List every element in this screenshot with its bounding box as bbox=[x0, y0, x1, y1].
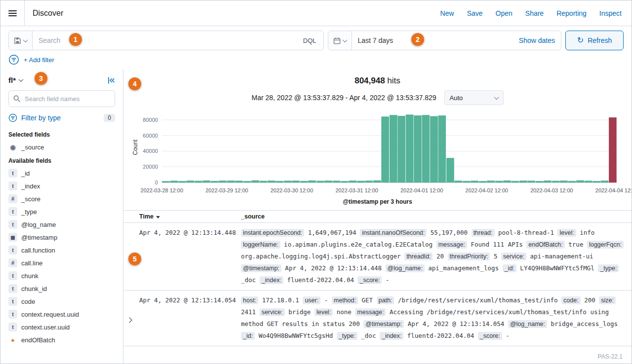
field-key: service: bbox=[260, 308, 285, 316]
histogram-bar[interactable] bbox=[446, 158, 454, 182]
histogram-bar[interactable] bbox=[504, 181, 511, 182]
histogram-bar[interactable] bbox=[438, 115, 446, 182]
field-call.line[interactable]: #call.line bbox=[8, 256, 115, 269]
filter-icon[interactable] bbox=[8, 54, 19, 65]
histogram-bar[interactable] bbox=[243, 181, 251, 182]
histogram-chart[interactable]: 020000400006000080000Count2022-03-28 12:… bbox=[131, 107, 624, 198]
histogram-bar[interactable] bbox=[252, 181, 259, 182]
string-field-type-icon: t bbox=[8, 169, 17, 178]
histogram-bar[interactable] bbox=[276, 181, 283, 182]
histogram-bar[interactable] bbox=[390, 115, 397, 182]
histogram-bar[interactable] bbox=[170, 181, 178, 182]
field-chunk_id[interactable]: tchunk_id bbox=[8, 282, 115, 295]
histogram-bar[interactable] bbox=[528, 181, 535, 182]
histogram-bar[interactable] bbox=[536, 181, 543, 182]
field-_type[interactable]: t_type bbox=[8, 205, 115, 218]
index-pattern-selector[interactable]: fl* bbox=[8, 76, 16, 84]
menu-button[interactable] bbox=[0, 0, 25, 26]
histogram-bar[interactable] bbox=[609, 117, 616, 182]
histogram-bar[interactable] bbox=[406, 115, 413, 182]
histogram-bar[interactable] bbox=[357, 181, 364, 182]
histogram-bar[interactable] bbox=[333, 181, 340, 182]
histogram-bar[interactable] bbox=[560, 181, 568, 182]
refresh-button[interactable]: ↻ Refresh bbox=[565, 31, 624, 50]
svg-text:20000: 20000 bbox=[143, 164, 158, 170]
field-context.request.uuid[interactable]: tcontext.request.uuid bbox=[8, 308, 115, 321]
doc-table-body: Apr 4, 2022 @ 12:13:14.448instant.epochS… bbox=[123, 223, 632, 346]
histogram-bar[interactable] bbox=[568, 181, 576, 182]
field-_source[interactable]: ◉_source bbox=[8, 141, 115, 153]
nav-new[interactable]: New bbox=[440, 9, 454, 17]
query-language-button[interactable]: DQL bbox=[296, 31, 323, 50]
histogram-bar[interactable] bbox=[195, 181, 202, 182]
histogram-bar[interactable] bbox=[211, 181, 218, 182]
saved-query-menu-button[interactable] bbox=[9, 31, 33, 50]
histogram-bar[interactable] bbox=[162, 182, 170, 182]
time-range-label[interactable]: Last 7 days bbox=[358, 36, 394, 44]
histogram-bar[interactable] bbox=[422, 115, 430, 182]
nav-share[interactable]: Share bbox=[525, 9, 544, 17]
number-field-type-icon: # bbox=[8, 258, 17, 267]
histogram-bar[interactable] bbox=[382, 117, 389, 182]
histogram-bar[interactable] bbox=[601, 181, 608, 182]
nav-inspect[interactable]: Inspect bbox=[599, 9, 622, 17]
field-call.function[interactable]: tcall.function bbox=[8, 244, 115, 256]
histogram-bar[interactable] bbox=[519, 181, 527, 182]
field-_score[interactable]: #_score bbox=[8, 192, 115, 205]
histogram-bar[interactable] bbox=[398, 116, 405, 182]
nav-open[interactable]: Open bbox=[496, 9, 513, 17]
filter-by-type-button[interactable]: Filter by type 0 bbox=[8, 112, 115, 127]
histogram-bar[interactable] bbox=[292, 181, 300, 182]
histogram-bar[interactable] bbox=[479, 181, 486, 182]
results-panel: 804,948 hits Mar 28, 2022 @ 13:53:37.829… bbox=[123, 69, 632, 364]
histogram-bar[interactable] bbox=[203, 181, 210, 182]
field-search-input[interactable] bbox=[8, 90, 115, 107]
histogram-bar[interactable] bbox=[227, 181, 235, 182]
time-column-header[interactable]: Time bbox=[139, 213, 238, 220]
histogram-bar[interactable] bbox=[179, 181, 186, 182]
histogram-bar[interactable] bbox=[349, 181, 356, 182]
histogram-bar[interactable] bbox=[544, 181, 552, 182]
histogram-bar[interactable] bbox=[219, 181, 227, 182]
histogram-bar[interactable] bbox=[365, 181, 373, 182]
nav-reporting[interactable]: Reporting bbox=[556, 9, 587, 17]
field-_index[interactable]: t_index bbox=[8, 180, 115, 192]
field-@log_name[interactable]: t@log_name bbox=[8, 218, 115, 231]
add-filter-link[interactable]: + Add filter bbox=[24, 56, 54, 64]
histogram-bar[interactable] bbox=[495, 181, 503, 182]
histogram-bar[interactable] bbox=[430, 116, 437, 182]
histogram-bar[interactable] bbox=[455, 181, 462, 182]
histogram-bar[interactable] bbox=[260, 181, 267, 182]
histogram-bar[interactable] bbox=[373, 181, 381, 182]
histogram-bar[interactable] bbox=[592, 181, 600, 182]
interval-select[interactable]: Auto bbox=[444, 90, 504, 105]
histogram-bar[interactable] bbox=[552, 181, 559, 182]
field-code[interactable]: tcode bbox=[8, 295, 115, 308]
field-@timestamp[interactable]: ▦@timestamp bbox=[8, 231, 115, 244]
field-_id[interactable]: t_id bbox=[8, 167, 115, 180]
histogram-bar[interactable] bbox=[309, 181, 316, 182]
histogram-bar[interactable] bbox=[585, 181, 592, 182]
histogram-bar[interactable] bbox=[414, 115, 422, 182]
calendar-menu-button[interactable] bbox=[328, 31, 352, 50]
histogram-bar[interactable] bbox=[325, 181, 332, 182]
histogram-bar[interactable] bbox=[341, 181, 349, 182]
field-context.user.uuid[interactable]: tcontext.user.uuid bbox=[8, 321, 115, 333]
histogram-bar[interactable] bbox=[187, 181, 194, 182]
field-chunk[interactable]: tchunk bbox=[8, 269, 115, 282]
histogram-bar[interactable] bbox=[300, 181, 308, 182]
histogram-bar[interactable] bbox=[236, 181, 243, 182]
histogram-bar[interactable] bbox=[577, 181, 584, 182]
field-endOfBatch[interactable]: ●endOfBatch bbox=[8, 333, 115, 346]
histogram-bar[interactable] bbox=[284, 181, 291, 182]
histogram-bar[interactable] bbox=[463, 181, 470, 182]
expand-row-button[interactable] bbox=[127, 294, 136, 342]
nav-save[interactable]: Save bbox=[467, 9, 483, 17]
collapse-sidebar-button[interactable] bbox=[107, 76, 115, 84]
histogram-bar[interactable] bbox=[471, 181, 478, 182]
histogram-bar[interactable] bbox=[268, 181, 275, 182]
histogram-bar[interactable] bbox=[512, 181, 519, 182]
show-dates-link[interactable]: Show dates bbox=[519, 36, 555, 44]
histogram-bar[interactable] bbox=[487, 181, 495, 182]
histogram-bar[interactable] bbox=[316, 181, 324, 182]
